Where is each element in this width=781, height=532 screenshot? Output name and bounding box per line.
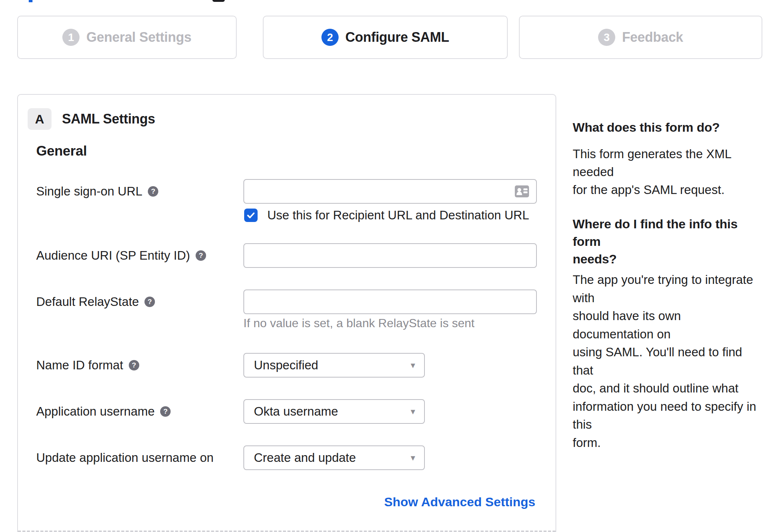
update-username-label-text: Update application username on [36,451,214,465]
single-sign-on-url-input[interactable] [243,179,537,204]
help-icon[interactable]: ? [129,360,139,370]
step-configure-saml[interactable]: 2 Configure SAML [263,16,508,59]
recipient-url-checkbox-label: Use this for Recipient URL and Destinati… [267,208,529,222]
name-id-format-value: Unspecified [254,358,318,372]
default-relaystate-label-text: Default RelayState [36,295,139,309]
relaystate-hint: If no value is set, a blank RelayState i… [243,316,474,330]
check-icon [246,211,255,220]
step-2-circle: 2 [321,29,339,46]
help-icon[interactable]: ? [196,250,206,261]
single-sign-on-url-input-wrap [243,179,537,204]
help-icon[interactable]: ? [160,406,171,417]
default-relaystate-label: Default RelayState ? [36,290,155,314]
show-advanced-settings-link[interactable]: Show Advanced Settings [384,495,535,509]
single-sign-on-url-label: Single sign-on URL ? [36,179,158,204]
section-divider [18,531,556,532]
sidebar-heading-what: What does this form do? [573,119,761,136]
general-section-heading: General [36,143,87,160]
update-username-value: Create and update [254,451,356,465]
step-3-label: Feedback [622,29,683,45]
step-1-label: General Settings [86,29,191,45]
name-id-format-label: Name ID format ? [36,353,139,378]
update-username-select[interactable]: Create and update ▾ [243,445,425,470]
audience-uri-label: Audience URI (SP Entity ID) ? [36,243,206,268]
step-1-number: 1 [68,31,74,44]
chevron-down-icon: ▾ [411,453,415,463]
help-icon[interactable]: ? [148,186,158,197]
name-id-format-label-text: Name ID format [36,358,123,372]
recipient-url-checkbox-row: Use this for Recipient URL and Destinati… [244,208,529,222]
single-sign-on-url-label-text: Single sign-on URL [36,184,142,198]
step-1-circle: 1 [62,29,80,46]
default-relaystate-input[interactable] [243,290,537,314]
saml-settings-panel: A SAML Settings General Single sign-on U… [17,94,556,532]
application-username-value: Okta username [254,404,338,419]
recipient-url-checkbox[interactable] [244,209,258,222]
step-2-label: Configure SAML [345,29,449,45]
help-sidebar: What does this form do? This form genera… [573,119,761,452]
step-2-number: 2 [327,31,333,44]
chevron-down-icon: ▾ [411,360,415,370]
sidebar-text-what: This form generates the XML needed for t… [573,145,761,199]
step-3-number: 3 [604,31,610,44]
help-icon[interactable]: ? [144,297,155,307]
audience-uri-input[interactable] [243,243,537,268]
chevron-down-icon: ▾ [411,406,415,417]
step-feedback[interactable]: 3 Feedback [519,16,762,59]
cropped-black-artifact [212,0,225,2]
audience-uri-label-text: Audience URI (SP Entity ID) [36,248,190,263]
step-general-settings[interactable]: 1 General Settings [17,16,237,59]
application-username-select[interactable]: Okta username ▾ [243,399,425,424]
application-username-label-text: Application username [36,404,155,419]
name-id-format-select[interactable]: Unspecified ▾ [243,353,425,378]
update-username-label: Update application username on [36,445,214,470]
page: 1 General Settings 2 Configure SAML 3 Fe… [0,0,781,532]
sidebar-text-where: The app you're trying to integrate with … [573,271,761,452]
application-username-label: Application username ? [36,399,171,424]
step-3-circle: 3 [598,29,615,46]
panel-title: SAML Settings [62,108,155,130]
sidebar-heading-where: Where do I find the info this form needs… [573,215,761,268]
contact-card-icon [514,185,529,198]
section-a-badge: A [28,108,52,130]
cropped-blue-artifact [29,0,32,2]
